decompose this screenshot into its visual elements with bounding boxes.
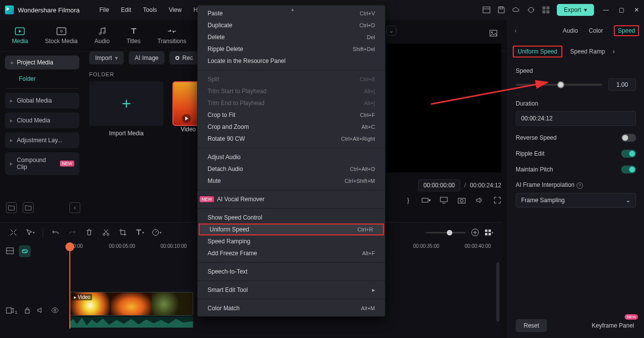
sidebar-cloud-media[interactable]: ▸Cloud Media	[5, 113, 79, 128]
import-media-placeholder[interactable]: +	[89, 81, 163, 126]
ai-image-button[interactable]: AI Image	[129, 52, 164, 64]
display-icon[interactable]	[440, 196, 448, 204]
volume-icon[interactable]	[476, 196, 483, 204]
tl-crop-icon[interactable]	[118, 228, 127, 237]
thumbnail-view-icon[interactable]	[488, 28, 499, 39]
rp-reverse-toggle[interactable]	[621, 134, 636, 142]
close-icon[interactable]: ✕	[634, 6, 639, 13]
tl-delete-icon[interactable]	[85, 228, 94, 237]
rp-tab-speed[interactable]: Speed	[614, 27, 639, 34]
rp-frame-select[interactable]: Frame Sampling⌄	[516, 193, 636, 208]
search-dropdown[interactable]: ⌄	[386, 26, 396, 36]
rp-subtab-uniform[interactable]: Uniform Speed	[513, 46, 562, 57]
tl-view-icon[interactable]: ▾	[484, 228, 493, 237]
cm-color-match[interactable]: Color MatchAlt+M	[198, 302, 385, 314]
rp-ripple-toggle[interactable]	[621, 150, 636, 158]
cm-freeze-frame[interactable]: Add Freeze FrameAlt+F	[198, 247, 385, 259]
snapshot-icon[interactable]	[458, 196, 466, 204]
current-time[interactable]: 00:00:00:00	[418, 179, 460, 191]
menu-edit[interactable]: Edit	[121, 6, 131, 13]
tl-cut-icon[interactable]	[102, 228, 110, 237]
menu-tools[interactable]: Tools	[143, 6, 157, 13]
cm-ai-vocal[interactable]: NEWAI Vocal Remover	[198, 193, 385, 205]
minimize-icon[interactable]: —	[603, 6, 609, 13]
record-button[interactable]: Rec	[169, 52, 199, 64]
tl-track-icon[interactable]	[6, 247, 14, 256]
cm-show-speed[interactable]: Show Speed Control	[198, 212, 385, 224]
ratio-icon[interactable]: ▾	[422, 196, 430, 204]
tl-link-icon[interactable]	[19, 245, 31, 257]
cm-mute[interactable]: MuteCtrl+Shift+M	[198, 175, 385, 187]
marker-icon[interactable]: }	[404, 196, 412, 204]
timeline-audio-wave[interactable]	[69, 317, 193, 328]
collapse-sidebar-icon[interactable]: ‹	[69, 202, 80, 213]
tl-visibility-icon[interactable]	[51, 307, 59, 315]
tab-audio[interactable]: Audio	[95, 26, 110, 45]
layout-icon[interactable]	[483, 6, 490, 14]
tl-cursor-icon[interactable]: ▾	[26, 228, 35, 237]
cm-smart-edit[interactable]: Smart Edit Tool▸	[198, 284, 385, 296]
sidebar-folder[interactable]: Folder	[5, 69, 79, 89]
cm-speech-to-text[interactable]: Speech-to-Text	[198, 266, 385, 278]
menu-view[interactable]: View	[169, 6, 182, 13]
rp-pitch-toggle[interactable]	[621, 166, 636, 173]
maximize-icon[interactable]: ▢	[619, 6, 624, 13]
cm-ripple-delete[interactable]: Ripple DeleteShift+Del	[198, 43, 385, 55]
tab-transitions[interactable]: Transitions	[158, 26, 186, 45]
cm-crop-fit[interactable]: Crop to FitCtrl+F	[198, 109, 385, 121]
sidebar-compound-clip[interactable]: ▸Compound ClipNEW	[5, 152, 79, 175]
tab-titles[interactable]: Titles	[126, 26, 140, 45]
reset-button[interactable]: Reset	[516, 319, 547, 332]
cm-crop-zoom[interactable]: Crop and ZoomAlt+C	[198, 121, 385, 133]
tl-mute-track-icon[interactable]	[37, 307, 44, 315]
tl-expand-icon[interactable]	[9, 228, 18, 237]
menu-file[interactable]: File	[100, 6, 109, 13]
timeline-clip[interactable]: ▸ Video	[69, 292, 193, 316]
playhead[interactable]	[69, 244, 70, 329]
rp-speed-slider[interactable]	[516, 84, 602, 86]
timeline-scrollbar[interactable]	[496, 262, 499, 322]
tl-redo-icon[interactable]	[68, 228, 77, 237]
rp-subtab-next[interactable]: ›	[613, 48, 615, 55]
export-button[interactable]: Export▾	[557, 4, 594, 16]
tl-speed-icon[interactable]: ▾	[152, 228, 161, 237]
support-icon[interactable]	[527, 6, 535, 14]
import-button[interactable]: Import▾	[89, 52, 124, 64]
grid-icon[interactable]	[542, 6, 550, 14]
rp-subtab-ramp[interactable]: Speed Ramp	[570, 48, 605, 55]
cm-delete[interactable]: DeleteDel	[198, 31, 385, 43]
tab-media[interactable]: Media	[12, 26, 28, 45]
video-thumbnail[interactable]	[172, 81, 200, 126]
tl-lock-icon[interactable]	[24, 307, 30, 315]
rp-duration-input[interactable]: 00:00:24:12	[516, 111, 636, 126]
cm-uniform-speed[interactable]: Uniform SpeedCtrl+R	[199, 224, 384, 235]
preview-viewport[interactable]	[386, 44, 501, 172]
tl-zoom-in-icon[interactable]	[471, 228, 480, 237]
tl-video-track-icon[interactable]: 1	[6, 307, 17, 315]
cm-rotate[interactable]: Rotate 90 CWCtrl+Alt+Right	[198, 133, 385, 145]
rp-tab-color[interactable]: Color	[589, 27, 603, 34]
sidebar-project-media[interactable]: ▸Project Media	[5, 56, 79, 69]
sidebar-adjustment-layer[interactable]: ▸Adjustment Lay...	[5, 132, 79, 148]
keyframe-panel-button[interactable]: NEW Keyframe Panel	[590, 319, 636, 332]
save-icon[interactable]	[497, 6, 505, 14]
new-folder-icon[interactable]	[6, 202, 17, 213]
cm-detach-audio[interactable]: Detach AudioCtrl+Alt+D	[198, 163, 385, 175]
tl-text-icon[interactable]: ▾	[135, 228, 144, 237]
help-icon[interactable]: ?	[577, 182, 583, 189]
svg-rect-5	[547, 7, 549, 9]
tab-stock[interactable]: Stock Media	[45, 26, 78, 45]
cm-duplicate[interactable]: DuplicateCtrl+D	[198, 19, 385, 31]
cloud-icon[interactable]	[512, 6, 520, 14]
rp-speed-value[interactable]: 1.00	[608, 78, 636, 91]
cm-speed-ramping[interactable]: Speed Ramping	[198, 235, 385, 247]
cm-adjust-audio[interactable]: Adjust Audio	[198, 151, 385, 163]
folder-icon[interactable]	[23, 202, 34, 213]
tl-undo-icon[interactable]	[51, 228, 60, 237]
sidebar-global-media[interactable]: ▸Global Media	[5, 93, 79, 109]
rp-tab-audio[interactable]: Audio	[563, 27, 578, 34]
rp-nav-prev[interactable]: ‹	[513, 27, 519, 34]
fullscreen-icon[interactable]	[493, 196, 501, 204]
cm-locate[interactable]: Locate in the Resource Panel	[198, 55, 385, 67]
tl-zoom-slider[interactable]	[426, 232, 466, 233]
